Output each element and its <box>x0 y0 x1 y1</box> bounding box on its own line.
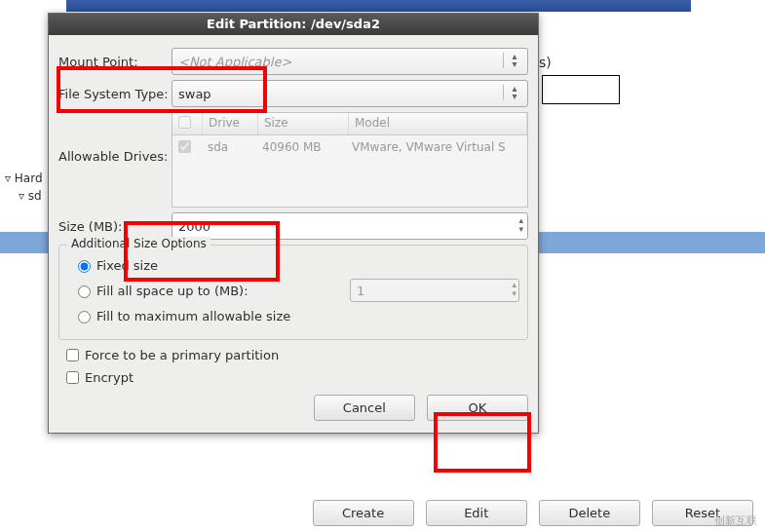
fixed-size-radio[interactable] <box>78 260 91 273</box>
allowable-drives-table[interactable]: Drive Size Model sda 40960 MB VMware, VM… <box>172 112 528 208</box>
ok-button[interactable]: OK <box>427 395 528 421</box>
fill-upto-input: 1 ▴▾ <box>350 279 519 302</box>
force-primary-label: Force to be a primary partition <box>85 348 279 362</box>
fs-type-value: swap <box>178 87 211 101</box>
create-button[interactable]: Create <box>313 500 414 526</box>
additional-size-options-fieldset: Additional Size Options Fixed size Fill … <box>58 245 528 340</box>
size-value: 2000 <box>178 219 210 234</box>
col-drive: Drive <box>203 113 258 134</box>
size-input[interactable]: 2000 ▴▾ <box>172 212 528 240</box>
allowable-drives-label: Allowable Drives: <box>58 112 172 164</box>
table-row[interactable]: sda 40960 MB VMware, VMware Virtual S <box>172 135 527 161</box>
bottom-toolbar: Create Edit Delete Reset <box>305 500 753 526</box>
cell-size: 40960 MB <box>256 138 346 158</box>
spinner-arrows-icon[interactable]: ▴▾ <box>518 216 523 234</box>
dialog-titlebar[interactable]: Edit Partition: /dev/sda2 <box>49 14 538 35</box>
col-size: Size <box>258 113 349 134</box>
edit-button[interactable]: Edit <box>426 500 527 526</box>
fill-max-label: Fill to maximum allowable size <box>96 309 290 323</box>
delete-button[interactable]: Delete <box>539 500 640 526</box>
fill-upto-radio[interactable] <box>78 285 91 298</box>
cell-drive: sda <box>202 138 256 158</box>
mount-point-value: <Not Applicable> <box>178 55 291 69</box>
fill-max-radio[interactable] <box>78 311 91 323</box>
drive-checkbox[interactable] <box>178 140 191 153</box>
device-tree[interactable]: ▿ Hard ▿ sd <box>5 168 43 207</box>
chevron-updown-icon[interactable] <box>503 85 521 100</box>
fixed-size-label: Fixed size <box>96 258 158 273</box>
spinner-arrows-icon: ▴▾ <box>512 281 516 298</box>
top-blue-bar <box>66 0 691 12</box>
tree-sd: sd <box>28 189 42 203</box>
mount-point-label: Mount Point: <box>58 55 172 69</box>
size-label: Size (MB): <box>58 219 134 234</box>
chevron-updown-icon[interactable] <box>503 53 521 68</box>
text-fragment: s) <box>539 55 552 70</box>
edit-partition-dialog: Edit Partition: /dev/sda2 Mount Point: <… <box>48 13 539 434</box>
cell-model: VMware, VMware Virtual S <box>346 138 527 158</box>
fs-type-combo[interactable]: swap <box>172 80 528 107</box>
force-primary-checkbox[interactable] <box>66 349 79 361</box>
tree-hard: Hard <box>15 171 43 185</box>
table-header: Drive Size Model <box>172 113 527 135</box>
cancel-button[interactable]: Cancel <box>314 395 415 421</box>
mount-point-combo[interactable]: <Not Applicable> <box>172 48 528 75</box>
col-model: Model <box>349 113 527 134</box>
input-fragment[interactable] <box>542 75 620 104</box>
header-checkbox <box>178 116 191 129</box>
watermark: 创新互联 <box>714 513 757 528</box>
fill-upto-value: 1 <box>357 284 364 298</box>
fill-upto-label: Fill all space up to (MB): <box>96 284 249 298</box>
fs-type-label: File System Type: <box>58 87 172 101</box>
encrypt-label: Encrypt <box>85 370 134 385</box>
encrypt-checkbox[interactable] <box>66 371 79 384</box>
fieldset-legend: Additional Size Options <box>67 237 210 250</box>
